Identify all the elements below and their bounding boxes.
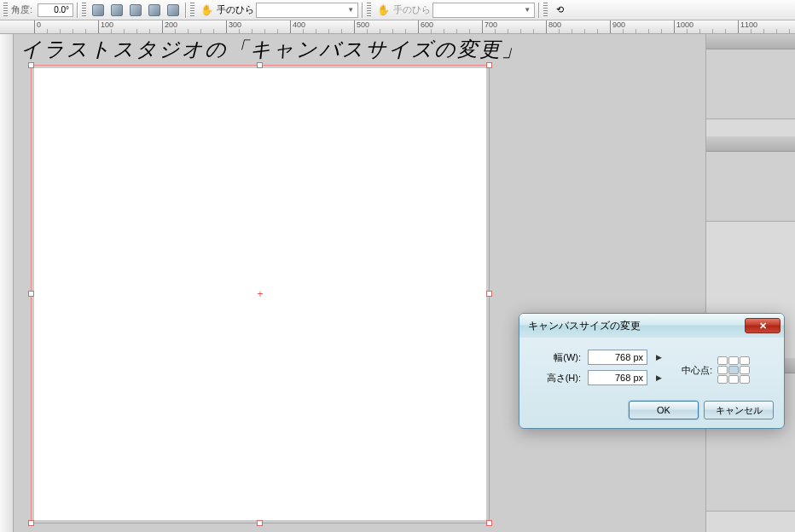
dropdown-arrow-icon: ▼ <box>524 6 531 14</box>
tool-button[interactable] <box>165 2 182 19</box>
tool-icon <box>92 4 104 16</box>
resize-handle-mr[interactable] <box>486 291 492 297</box>
resize-handle-tl[interactable] <box>28 62 34 68</box>
panel[interactable] <box>706 136 795 222</box>
ruler-tick: 1100 <box>738 20 757 34</box>
anchor-cell[interactable] <box>728 366 739 374</box>
resize-handle-br[interactable] <box>486 520 492 526</box>
resize-handle-tr[interactable] <box>486 62 492 68</box>
tool-button[interactable] <box>90 2 107 19</box>
hand-tool-button[interactable]: ✋ <box>198 2 215 19</box>
tool-icon <box>148 4 160 16</box>
toolbar-grip-icon <box>190 3 194 18</box>
width-input[interactable] <box>588 350 647 365</box>
toolbar-grip-icon <box>3 3 8 18</box>
panel[interactable] <box>706 34 795 119</box>
dropdown-arrow-icon: ▼ <box>347 6 354 14</box>
panel-header[interactable] <box>706 136 795 152</box>
resize-handle-bm[interactable] <box>257 520 263 526</box>
page-title: イラストスタジオの「キャンバスサイズの変更」 <box>20 36 524 63</box>
height-arrow-button[interactable]: ▶ <box>656 373 664 382</box>
dialog-title: キャンバスサイズの変更 <box>528 319 641 333</box>
ruler-horizontal: 010020030040050060070080090010001100 <box>0 20 795 34</box>
tool-button[interactable] <box>127 2 144 19</box>
resize-handle-bl[interactable] <box>28 520 34 526</box>
ruler-tick: 0 <box>34 20 41 34</box>
anchor-cell[interactable] <box>740 366 750 374</box>
hand-icon: ✋ <box>200 4 212 16</box>
anchor-grid <box>717 356 750 384</box>
resize-handle-ml[interactable] <box>28 291 34 297</box>
dialog-body: 幅(W): ▶ 高さ(H): ▶ 中心点: <box>519 338 784 428</box>
anchor-cell[interactable] <box>728 356 739 365</box>
toolbar-grip-icon <box>82 3 86 18</box>
tool-icon <box>167 4 179 16</box>
width-arrow-button[interactable]: ▶ <box>656 353 664 361</box>
palm-dropdown[interactable]: ▼ <box>256 3 358 18</box>
canvas[interactable] <box>34 68 486 520</box>
canvas-viewport[interactable]: イラストスタジオの「キャンバスサイズの変更」 + <box>14 34 705 532</box>
palm-label: 手のひら <box>393 3 431 16</box>
canvas-size-dialog: キャンバスサイズの変更 ✕ 幅(W): ▶ 高さ(H): ▶ 中心点: <box>519 313 785 429</box>
cancel-button[interactable]: キャンセル <box>704 401 774 419</box>
ok-button[interactable]: OK <box>629 401 699 419</box>
tool-button[interactable] <box>108 2 125 19</box>
anchor-cell[interactable] <box>740 375 750 384</box>
hand-tool-button[interactable]: ✋ <box>374 2 392 19</box>
tool-button[interactable] <box>146 2 163 19</box>
separator-icon <box>538 3 540 18</box>
angle-label: 角度: <box>11 3 32 16</box>
palm-dropdown[interactable]: ▼ <box>432 3 535 18</box>
undo-icon: ⟲ <box>552 4 567 16</box>
tool-icon <box>111 4 123 16</box>
toolbar-grip-icon <box>543 3 548 18</box>
palm-label: 手のひら <box>217 3 254 16</box>
ruler-tick: 1000 <box>674 20 693 34</box>
anchor-label: 中心点: <box>682 364 712 377</box>
angle-input[interactable] <box>38 3 73 17</box>
anchor-cell[interactable] <box>740 356 750 365</box>
height-input[interactable] <box>588 370 647 385</box>
workspace: イラストスタジオの「キャンバスサイズの変更」 + ▶ <box>0 34 795 532</box>
ruler-vertical <box>0 34 14 532</box>
toolbar-grip-icon <box>367 3 371 18</box>
anchor-cell[interactable] <box>728 375 739 384</box>
anchor-cell[interactable] <box>717 366 728 374</box>
close-icon: ✕ <box>759 321 767 332</box>
right-panels: ▶ <box>705 34 795 532</box>
separator-icon <box>77 3 78 18</box>
resize-handle-tm[interactable] <box>257 62 263 68</box>
close-button[interactable]: ✕ <box>745 318 780 333</box>
anchor-cell[interactable] <box>717 356 728 365</box>
panel-header[interactable] <box>706 34 795 49</box>
main-toolbar: 角度: ✋ 手のひら ▼ ✋ 手のひら ▼ ⟲ <box>0 0 795 20</box>
height-label: 高さ(H): <box>530 372 581 385</box>
undo-button[interactable]: ⟲ <box>551 2 568 19</box>
dialog-titlebar[interactable]: キャンバスサイズの変更 ✕ <box>519 314 784 338</box>
tool-icon <box>130 4 142 16</box>
hand-icon: ✋ <box>377 4 389 16</box>
separator-icon <box>362 3 363 18</box>
anchor-cell[interactable] <box>717 375 728 384</box>
separator-icon <box>185 3 187 18</box>
width-label: 幅(W): <box>530 351 581 364</box>
